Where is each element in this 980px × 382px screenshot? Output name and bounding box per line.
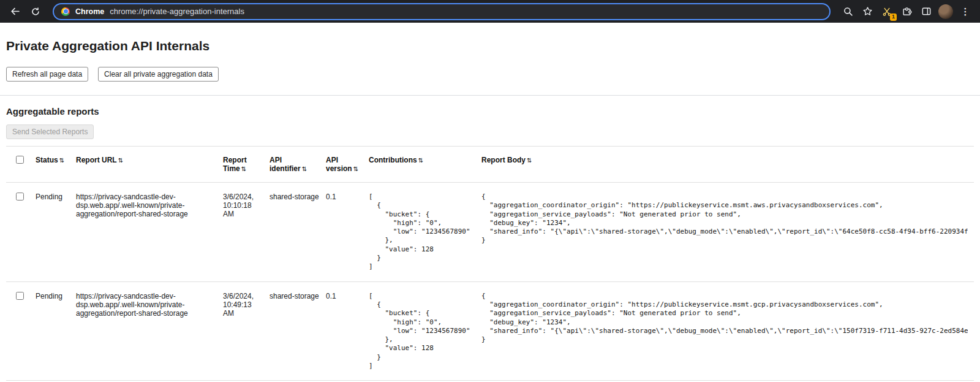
- select-report-checkbox[interactable]: [16, 193, 24, 201]
- report-url-cell: https://privacy-sandcastle-dev-dsp.web.a…: [76, 183, 223, 282]
- reload-button[interactable]: [27, 3, 44, 20]
- page-title: Private Aggregation API Internals: [6, 39, 974, 53]
- column-label: Report Body: [481, 156, 526, 164]
- column-label: API version: [326, 156, 352, 173]
- extension-action-button[interactable]: 1: [878, 3, 895, 20]
- bookmark-button[interactable]: [859, 3, 876, 20]
- side-panel-button[interactable]: [918, 3, 935, 20]
- select-report-checkbox[interactable]: [16, 292, 24, 300]
- sort-icon: ⇅: [353, 166, 358, 172]
- back-arrow-icon: [10, 6, 20, 17]
- magnifier-icon: [843, 6, 853, 17]
- clear-all-button[interactable]: Clear all private aggregation data: [98, 67, 219, 82]
- page-content: Private Aggregation API Internals Refres…: [0, 39, 980, 381]
- section-title: Aggregatable reports: [6, 106, 974, 117]
- back-button[interactable]: [6, 3, 23, 20]
- kebab-menu-icon: ⋮: [961, 7, 970, 16]
- chrome-logo-icon: [61, 7, 70, 16]
- side-panel-icon: [921, 6, 932, 17]
- bookmark-star-icon: [862, 6, 873, 17]
- page-actions: Refresh all page data Clear all private …: [6, 67, 974, 82]
- profile-button[interactable]: [937, 3, 954, 20]
- column-label: Report URL: [76, 156, 117, 164]
- contributions-json: [ { "bucket": { "high": "0", "low": "123…: [369, 193, 475, 272]
- api-identifier-cell: shared-storage: [270, 281, 326, 381]
- table-header-row: Status⇅ Report URL⇅ Report Time⇅ API ide…: [6, 147, 974, 183]
- report-url-cell: https://privacy-sandcastle-dev-dsp.web.a…: [76, 281, 223, 381]
- column-header-report-url[interactable]: Report URL⇅: [76, 147, 223, 183]
- send-selected-reports-button[interactable]: Send Selected Reports: [6, 124, 94, 139]
- extension-badge: 1: [890, 13, 897, 21]
- column-label: API identifier: [270, 156, 301, 173]
- column-header-contributions[interactable]: Contributions⇅: [369, 147, 481, 183]
- sort-icon: ⇅: [241, 166, 246, 172]
- status-cell: Pending: [36, 183, 76, 282]
- table-row: Pending https://privacy-sandcastle-dev-d…: [6, 183, 974, 282]
- column-header-report-body[interactable]: Report Body⇅: [481, 147, 974, 183]
- status-cell: Pending: [36, 281, 76, 381]
- contributions-cell: [ { "bucket": { "high": "0", "low": "123…: [369, 183, 481, 282]
- report-body-cell: { "aggregation_coordinator_origin": "htt…: [481, 281, 974, 381]
- sort-icon: ⇅: [527, 157, 532, 164]
- column-label: Status: [36, 156, 58, 164]
- api-identifier-cell: shared-storage: [270, 183, 326, 282]
- reload-icon: [31, 7, 40, 17]
- address-bar[interactable]: Chrome chrome://private-aggregation-inte…: [53, 3, 831, 20]
- column-header-report-time[interactable]: Report Time⇅: [223, 147, 270, 183]
- sort-icon: ⇅: [59, 157, 64, 164]
- origin-chip-label: Chrome: [75, 7, 104, 16]
- profile-avatar: [938, 4, 953, 19]
- column-label: Contributions: [369, 156, 417, 164]
- select-all-checkbox[interactable]: [16, 156, 24, 164]
- column-header-api-identifier[interactable]: API identifier⇅: [270, 147, 326, 183]
- contributions-json: [ { "bucket": { "high": "0", "low": "123…: [369, 292, 475, 371]
- extensions-menu-button[interactable]: [898, 3, 915, 20]
- column-header-api-version[interactable]: API version⇅: [326, 147, 369, 183]
- report-body-json: { "aggregation_coordinator_origin": "htt…: [481, 292, 968, 345]
- api-version-cell: 0.1: [326, 183, 369, 282]
- api-version-cell: 0.1: [326, 281, 369, 381]
- section-divider: [0, 95, 980, 96]
- report-body-cell: { "aggregation_coordinator_origin": "htt…: [481, 183, 974, 282]
- extensions-puzzle-icon: [902, 6, 912, 17]
- report-body-json: { "aggregation_coordinator_origin": "htt…: [481, 193, 968, 245]
- report-time-cell: 3/6/2024, 10:10:18 AM: [223, 183, 270, 282]
- browser-toolbar: Chrome chrome://private-aggregation-inte…: [0, 0, 980, 23]
- zoom-button[interactable]: [839, 3, 856, 20]
- aggregatable-reports-table: Status⇅ Report URL⇅ Report Time⇅ API ide…: [6, 146, 974, 381]
- toolbar-actions: 1 ⋮: [839, 3, 974, 20]
- report-time-cell: 3/6/2024, 10:49:13 AM: [223, 281, 270, 381]
- column-header-status[interactable]: Status⇅: [36, 147, 76, 183]
- refresh-all-button[interactable]: Refresh all page data: [6, 67, 88, 82]
- sort-icon: ⇅: [418, 157, 423, 164]
- sort-icon: ⇅: [302, 166, 307, 172]
- contributions-cell: [ { "bucket": { "high": "0", "low": "123…: [369, 281, 481, 381]
- table-row: Pending https://privacy-sandcastle-dev-d…: [6, 281, 974, 381]
- menu-button[interactable]: ⋮: [957, 3, 974, 20]
- sort-icon: ⇅: [118, 157, 123, 164]
- url-text: chrome://private-aggregation-internals: [110, 7, 244, 16]
